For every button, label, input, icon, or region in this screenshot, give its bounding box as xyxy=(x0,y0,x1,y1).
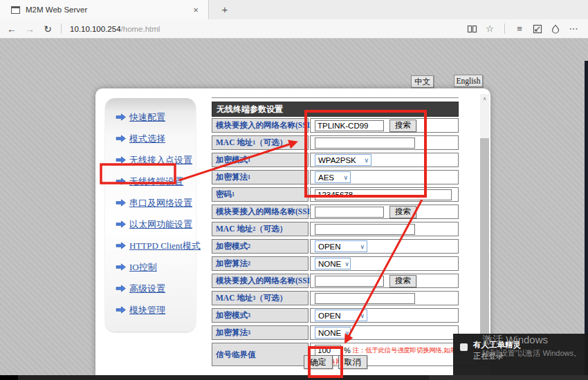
form-buttons-row: 确定 取消 xyxy=(212,355,459,369)
security-algo2-value-cell: NONE∨ xyxy=(310,256,459,271)
chinese-language-button[interactable]: 中文 xyxy=(411,75,434,88)
security-mode3-label: 加密模式3 xyxy=(212,308,309,323)
sidebar-item-label: 模式选择 xyxy=(129,133,165,145)
form-row-security-algo1: 加密算法1AES∨ xyxy=(212,170,459,186)
favorites-star-icon[interactable]: ☆ xyxy=(482,22,497,36)
sidebar-item-高级设置[interactable]: 高级设置 xyxy=(116,281,196,296)
sidebar-item-无线接入点设置[interactable]: 无线接入点设置 xyxy=(116,153,196,167)
ssid2-input[interactable] xyxy=(315,207,384,218)
sidebar-item-label: 无线终端设置 xyxy=(129,175,183,188)
back-icon[interactable]: ← xyxy=(3,23,21,35)
address-bar[interactable]: 10.10.100.254/home.html xyxy=(70,25,160,33)
new-tab-button[interactable]: + xyxy=(216,3,234,17)
activation-watermark-line2: 转到“设置”以激活 Windows。 xyxy=(482,348,581,359)
refresh-icon[interactable]: ↻ xyxy=(39,23,57,35)
signal-threshold-input[interactable] xyxy=(315,345,341,356)
security-mode3-select[interactable]: OPEN∨ xyxy=(315,310,367,321)
web-note-icon[interactable] xyxy=(530,22,545,36)
security-algo3-select[interactable]: NONE∨ xyxy=(315,327,351,339)
hub-icon[interactable]: ≡ xyxy=(512,22,527,36)
chevron-down-icon: ∨ xyxy=(360,157,369,164)
ssid1-input[interactable] xyxy=(315,120,384,131)
tab-close-icon[interactable]: × xyxy=(190,5,201,15)
security-algo1-value-cell: AES∨ xyxy=(310,170,459,184)
browser-tab-bar: M2M Web Server × + xyxy=(0,0,588,19)
more-icon[interactable]: ⋯ xyxy=(566,22,581,36)
screen-edge-strip xyxy=(585,61,588,375)
sidebar-item-模式选择[interactable]: 模式选择 xyxy=(116,131,196,146)
select-value: OPEN xyxy=(318,243,341,251)
form-row-security-mode1: 加密模式1WPA2PSK∨ xyxy=(212,153,459,169)
row-label-text: 密码 xyxy=(216,189,232,200)
select-value: AES xyxy=(318,173,334,182)
form-row-security-algo3: 加密算法3NONE∨ xyxy=(212,325,459,341)
toast-app-icon xyxy=(460,343,468,351)
password1-label: 密码1 xyxy=(212,187,309,202)
security-mode2-select[interactable]: OPEN∨ xyxy=(315,240,367,252)
ssid1-value-cell: 搜索 xyxy=(310,118,459,133)
mac2-input[interactable] xyxy=(315,224,415,235)
blue-arrow-icon xyxy=(116,178,126,185)
sidebar-item-HTTPD Client模式[interactable]: HTTPD Client模式 xyxy=(116,238,196,253)
form-row-mac3: MAC 地址3（可选） xyxy=(212,291,459,307)
security-algo2-select[interactable]: NONE∨ xyxy=(315,258,351,269)
search-ssid2-button[interactable]: 搜索 xyxy=(389,206,416,218)
security-algo1-select[interactable]: AES∨ xyxy=(315,171,351,183)
ssid3-value-cell: 搜索 xyxy=(310,274,459,288)
sidebar-menu: 快速配置模式选择无线接入点设置无线终端设置串口及网络设置以太网功能设置HTTPD… xyxy=(105,98,196,332)
chevron-down-icon: ∨ xyxy=(341,260,349,267)
sidebar-item-串口及网络设置[interactable]: 串口及网络设置 xyxy=(116,196,196,210)
form-row-mac1: MAC 地址1（可选） xyxy=(212,135,459,151)
blue-arrow-icon xyxy=(116,199,126,207)
vertical-scrollbar[interactable]: ∧ ∨ xyxy=(480,94,489,375)
password1-input[interactable] xyxy=(315,189,452,200)
english-language-button[interactable]: English xyxy=(454,75,483,87)
mac2-label: MAC 地址2（可选） xyxy=(212,222,309,236)
search-ssid1-button[interactable]: 搜索 xyxy=(389,120,416,132)
mac3-label: MAC 地址3（可选） xyxy=(212,291,309,305)
sidebar-item-IO控制[interactable]: IO控制 xyxy=(116,260,196,274)
sidebar-item-label: IO控制 xyxy=(129,261,157,274)
mac1-input[interactable] xyxy=(315,137,415,149)
sidebar-item-快速配置[interactable]: 快速配置 xyxy=(116,110,196,124)
sidebar-item-以太网功能设置[interactable]: 以太网功能设置 xyxy=(116,217,196,231)
security-mode1-select[interactable]: WPA2PSK∨ xyxy=(315,154,371,166)
form-row-ssid2: 模块要接入的网络名称(SSID2)搜索 xyxy=(212,205,459,220)
select-value: WPA2PSK xyxy=(318,156,356,164)
blue-arrow-icon xyxy=(116,156,126,164)
search-ssid3-button[interactable]: 搜索 xyxy=(389,275,416,287)
form-row-ssid3: 模块要接入的网络名称(SSID3)搜索 xyxy=(212,274,459,289)
security-mode2-label: 加密模式2 xyxy=(212,239,309,254)
sidebar-item-无线终端设置[interactable]: 无线终端设置 xyxy=(116,174,196,189)
form-row-ssid1: 模块要接入的网络名称(SSID1)搜索 xyxy=(212,118,459,134)
sidebar-item-label: 快速配置 xyxy=(129,111,165,124)
ok-button[interactable]: 确定 xyxy=(304,355,333,369)
ssid2-label: 模块要接入的网络名称(SSID2) xyxy=(212,205,309,219)
sidebar-item-模块管理[interactable]: 模块管理 xyxy=(116,303,196,317)
reading-view-icon[interactable] xyxy=(464,22,479,36)
row-label-text: 加密算法 xyxy=(216,327,248,338)
ssid3-input[interactable] xyxy=(315,276,384,287)
blue-arrow-icon xyxy=(116,135,126,142)
browser-tab[interactable]: M2M Web Server × xyxy=(0,0,209,19)
sidebar-item-label: HTTPD Client模式 xyxy=(129,240,201,252)
chevron-down-icon: ∨ xyxy=(356,312,365,319)
mac1-value-cell xyxy=(310,135,459,150)
share-icon[interactable] xyxy=(548,22,563,36)
cancel-button[interactable]: 取消 xyxy=(338,355,367,369)
activation-watermark-line1: 激活 Windows xyxy=(482,334,548,347)
blue-arrow-icon xyxy=(116,306,126,314)
scroll-up-icon[interactable]: ∧ xyxy=(480,94,489,103)
signal-unit: % xyxy=(344,346,351,354)
scrollbar-thumb[interactable] xyxy=(480,138,489,365)
blue-arrow-icon xyxy=(116,285,126,292)
sidebar-item-label: 高级设置 xyxy=(129,283,165,295)
table-title: 无线终端参数设置 xyxy=(212,102,459,117)
wireless-sta-settings-table: 无线终端参数设置 模块要接入的网络名称(SSID1)搜索MAC 地址1（可选）加… xyxy=(212,102,459,369)
row-label-text: 加密模式 xyxy=(216,310,248,321)
mac3-input[interactable] xyxy=(315,293,415,304)
forward-icon[interactable]: → xyxy=(21,23,39,35)
chevron-down-icon: ∨ xyxy=(341,330,349,336)
row-label-text: 模块要接入的网络名称(SSID xyxy=(216,120,315,131)
security-algo3-value-cell: NONE∨ xyxy=(310,325,459,340)
